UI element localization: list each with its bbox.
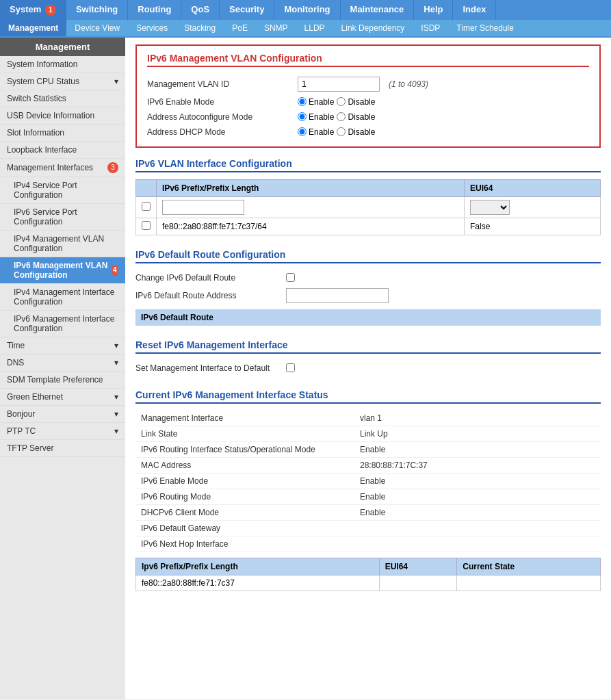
dhcp-radio-disable[interactable]: Disable [337,127,375,137]
sidebar-item-switch-stats[interactable]: Switch Statistics [0,90,125,107]
sidebar-item-ipv6-mgmt-iface[interactable]: IPv6 Management Interface Configuration [0,311,125,337]
prefix-status-value: fe80::2a80:88ff:fe71:7c37 [136,575,380,591]
sidebar-item-time[interactable]: Time ▾ [0,337,125,354]
sidebar-item-bonjour[interactable]: Bonjour ▾ [0,406,125,423]
top-nav-qos[interactable]: QoS [181,0,220,20]
sidebar-item-ipv4-service-port[interactable]: IPv4 Service Port Configuration [0,177,125,204]
col-eui64: EUI64 [379,558,457,575]
vlan-interface-config-title: IPv6 VLAN Interface Configuration [135,158,601,172]
col-prefix-length: Ipv6 Prefix/Prefix Length [136,558,380,575]
main-layout: Management System Information System CPU… [0,38,611,699]
top-nav-maintenance[interactable]: Maintenance [341,0,415,20]
second-nav-isdp[interactable]: ISDP [413,20,448,36]
default-route-section: IPv6 Default Route Configuration Change … [135,249,601,326]
status-row: IPv6 Next Hop Interface [135,536,601,552]
dhcp-mode-label: Address DHCP Mode [147,127,298,137]
mgmt-interfaces-badge: 3 [107,162,118,173]
ipv6-mgmt-vlan-badge: 4 [112,265,118,276]
mgmt-vlan-config-title: IPv6 Management VLAN Configuration [147,53,589,67]
mgmt-vlan-id-label: Management VLAN ID [147,79,298,89]
sidebar-item-slot-info[interactable]: Slot Information [0,125,125,142]
default-route-title: IPv6 Default Route Configuration [135,249,601,263]
sidebar-item-tftp[interactable]: TFTP Server [0,440,125,457]
change-default-route-row: Change IPv6 Default Route [135,270,601,285]
table-row: fe80::2a80:88ff:fe71:7c37 [136,575,601,591]
col-prefix: IPv6 Prefix/Prefix Length [157,179,465,196]
sidebar-header: Management [0,38,125,56]
sidebar-item-system-info[interactable]: System Information [0,56,125,73]
top-nav-system[interactable]: System 1 [0,0,66,20]
status-row: IPv6 Routing Mode Enable [135,489,601,504]
top-nav-switching[interactable]: Switching [66,0,128,20]
reset-interface-section: Reset IPv6 Management Interface Set Mana… [135,339,601,376]
default-route-address-label: IPv6 Default Route Address [135,291,286,300]
top-nav-index[interactable]: Index [453,0,496,20]
top-nav-security[interactable]: Security [220,0,274,20]
prefix-input[interactable] [162,200,244,215]
ipv6-default-route-bar: IPv6 Default Route [135,309,601,326]
sidebar-item-ipv4-mgmt-iface[interactable]: IPv4 Management Interface Configuration [0,284,125,311]
top-nav-help[interactable]: Help [414,0,453,20]
status-row: IPv6 Routing Interface Status/Operationa… [135,441,601,457]
status-row: DHCPv6 Client Mode Enable [135,504,601,520]
second-navigation: Management Device View Services Stacking… [0,20,611,38]
second-nav-services[interactable]: Services [128,20,176,36]
dhcp-mode-row: Address DHCP Mode Enable Disable [147,125,589,140]
autoconfig-mode-label: Address Autoconfigure Mode [147,112,298,122]
sidebar-item-ipv6-mgmt-vlan[interactable]: IPv6 Management VLAN Configuration 4 [0,257,125,284]
autoconfig-radio-disable[interactable]: Disable [337,112,375,122]
sidebar-item-loopback[interactable]: Loopback Interface [0,142,125,159]
col-eui64: EUI64 [464,179,600,196]
system-badge: 1 [45,5,56,16]
mgmt-vlan-id-input[interactable] [298,77,380,92]
second-nav-lldp[interactable]: LLDP [296,20,333,36]
status-row: IPv6 Enable Mode Enable [135,473,601,489]
col-current-state: Current State [457,558,601,575]
eui64-value: False [464,218,600,235]
second-nav-link-dep[interactable]: Link Dependency [333,20,413,36]
top-nav-monitoring[interactable]: Monitoring [274,0,340,20]
reset-interface-title: Reset IPv6 Management Interface [135,339,601,354]
sidebar-item-sdm[interactable]: SDM Template Preference [0,372,125,389]
ipv6-enable-mode-label: IPv6 Enable Mode [147,97,298,107]
second-nav-management[interactable]: Management [0,20,66,36]
top-nav-routing[interactable]: Routing [128,0,181,20]
sidebar-item-ipv6-service-port[interactable]: IPv6 Service Port Configuration [0,204,125,231]
change-default-route-checkbox[interactable] [286,273,295,282]
ipv6-enable-radio-enable[interactable]: Enable [298,97,334,107]
set-to-default-checkbox[interactable] [286,363,295,372]
top-navigation: System 1 Switching Routing QoS Security … [0,0,611,20]
autoconfig-mode-row: Address Autoconfigure Mode Enable Disabl… [147,109,589,125]
second-nav-device-view[interactable]: Device View [66,20,128,36]
sidebar-item-ptp-tc[interactable]: PTP TC ▾ [0,423,125,440]
sidebar-item-dns[interactable]: DNS ▾ [0,354,125,372]
table-row: True False [136,196,601,218]
eui64-select[interactable]: True False [470,200,510,215]
second-nav-snmp[interactable]: SNMP [256,20,296,36]
col-checkbox [136,179,157,196]
sidebar-item-green-eth[interactable]: Green Ethernet ▾ [0,389,125,406]
sidebar-item-cpu-status[interactable]: System CPU Status ▾ [0,73,125,90]
change-default-route-label: Change IPv6 Default Route [135,273,286,283]
default-route-address-input[interactable] [286,288,389,303]
current-status-section: Current IPv6 Management Interface Status… [135,389,601,591]
second-nav-stacking[interactable]: Stacking [176,20,224,36]
second-nav-poe[interactable]: PoE [224,20,256,36]
sidebar-item-ipv4-mgmt-vlan[interactable]: IPv4 Management VLAN Configuration [0,231,125,257]
set-to-default-row: Set Management Interface to Default [135,361,601,376]
vlan-interface-config-section: IPv6 VLAN Interface Configuration IPv6 P… [135,158,601,235]
ipv6-enable-radio-disable[interactable]: Disable [337,97,375,107]
autoconfig-radio-enable[interactable]: Enable [298,112,334,122]
row2-checkbox[interactable] [142,221,151,230]
sidebar-item-usb[interactable]: USB Device Information [0,107,125,125]
status-row: Management Interface vlan 1 [135,411,601,426]
default-route-address-row: IPv6 Default Route Address [135,285,601,306]
status-table: Management Interface vlan 1 Link State L… [135,411,601,552]
status-row: MAC Address 28:80:88:71:7C:37 [135,457,601,473]
mgmt-vlan-config-section: IPv6 Management VLAN Configuration Manag… [135,44,601,148]
sidebar-item-mgmt-interfaces[interactable]: Management Interfaces 3 [0,159,125,177]
second-nav-timer[interactable]: Timer Schedule [448,20,522,36]
dhcp-radio-enable[interactable]: Enable [298,127,334,137]
sidebar: Management System Information System CPU… [0,38,125,699]
row1-checkbox[interactable] [142,202,151,211]
